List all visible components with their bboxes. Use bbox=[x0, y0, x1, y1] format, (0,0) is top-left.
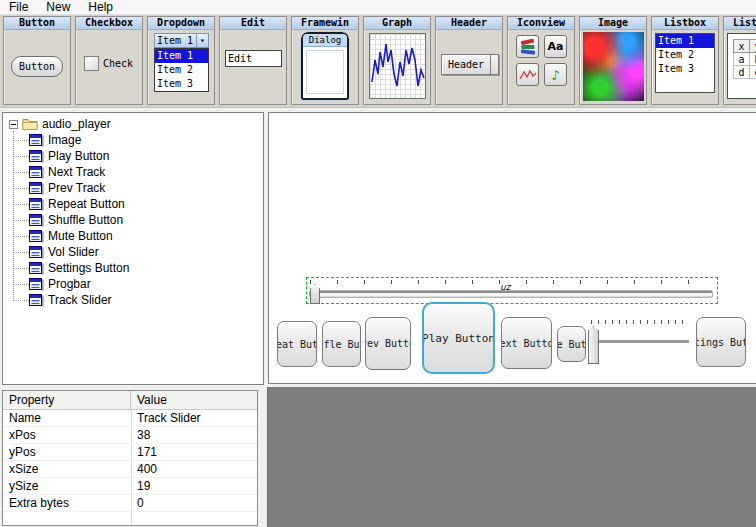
prev-button-widget[interactable]: Prev Button bbox=[365, 317, 411, 370]
value-column-header[interactable]: Value bbox=[131, 391, 167, 409]
progbar-widget[interactable]: uz bbox=[500, 282, 510, 292]
widget-tree-panel: audio_player Image Play Button Next Trac… bbox=[2, 112, 264, 385]
widget-form-icon bbox=[29, 150, 44, 163]
tree-item-label: Prev Track bbox=[48, 181, 105, 195]
property-value[interactable]: 171 bbox=[131, 444, 157, 460]
tree-item-label: Next Track bbox=[48, 165, 105, 179]
palette-group-image[interactable]: Image bbox=[579, 16, 647, 105]
checkbox-preview: Check bbox=[84, 56, 133, 71]
property-row-name: Name Track Slider bbox=[3, 410, 257, 427]
tree-item-label: Vol Slider bbox=[48, 245, 99, 259]
tree-item-shuffle-button[interactable]: Shuffle Button bbox=[9, 212, 263, 228]
tree-item-play-button[interactable]: Play Button bbox=[9, 148, 263, 164]
font-icon: Aa bbox=[544, 35, 567, 58]
tree-item-settings-button[interactable]: Settings Button bbox=[9, 260, 263, 276]
iconview-preview: Aa ♪ bbox=[516, 35, 567, 86]
tree-item-prev-track[interactable]: Prev Track bbox=[9, 180, 263, 196]
header-preview: Header bbox=[441, 54, 499, 75]
header-segment-label: Header bbox=[441, 54, 491, 75]
edit-preview: Edit bbox=[225, 50, 282, 67]
linechart-icon bbox=[516, 63, 539, 86]
tree-item-label: Mute Button bbox=[48, 229, 113, 243]
tree-root-row[interactable]: audio_player bbox=[9, 116, 263, 132]
palette-group-graph[interactable]: Graph bbox=[363, 16, 431, 105]
image-collage-preview bbox=[583, 32, 644, 101]
framewin-title: Dialog bbox=[303, 34, 347, 47]
tree-item-label: Track Slider bbox=[48, 293, 112, 307]
vol-slider-track[interactable] bbox=[599, 340, 689, 343]
listview-cell: e bbox=[750, 66, 756, 79]
tree-item-label: Play Button bbox=[48, 149, 109, 163]
tree-item-label: Repeat Button bbox=[48, 197, 125, 211]
palette-group-button[interactable]: Button Button bbox=[3, 16, 71, 105]
mute-button-widget[interactable]: Mute Button bbox=[557, 326, 586, 362]
tree-item-progbar[interactable]: Progbar bbox=[9, 276, 263, 292]
palette-group-listbox[interactable]: Listbox Item 1 Item 2 Item 3 bbox=[651, 16, 719, 105]
palette-group-listview[interactable]: Listview x y a b d e bbox=[723, 16, 756, 105]
shuffle-button-widget[interactable]: Shuffle Button bbox=[322, 321, 361, 367]
vol-slider-thumb[interactable] bbox=[588, 326, 599, 364]
property-value[interactable]: 19 bbox=[131, 478, 150, 494]
palette-title: Listbox bbox=[652, 17, 718, 30]
slider-tick-marks bbox=[310, 280, 714, 284]
palette-title: Header bbox=[436, 17, 502, 30]
dropdown-option: Item 2 bbox=[155, 63, 208, 77]
tree-item-image[interactable]: Image bbox=[9, 132, 263, 148]
tree-item-label: Image bbox=[48, 133, 81, 147]
palette-title: Dropdown bbox=[148, 17, 214, 30]
property-value[interactable]: 400 bbox=[131, 461, 157, 477]
widget-form-icon bbox=[29, 230, 44, 243]
repeat-button-widget[interactable]: Repeat Button bbox=[277, 321, 317, 367]
palette-group-framewin[interactable]: Framewin Dialog bbox=[291, 16, 359, 105]
palette-group-header[interactable]: Header Header bbox=[435, 16, 503, 105]
checkbox-box bbox=[84, 56, 99, 71]
vol-slider-tick-marks bbox=[591, 320, 687, 324]
collapse-icon[interactable] bbox=[9, 120, 18, 129]
palette-group-edit[interactable]: Edit Edit bbox=[219, 16, 287, 105]
palette-group-iconview[interactable]: Iconview Aa ♪ bbox=[507, 16, 575, 105]
menu-new[interactable]: New bbox=[37, 0, 79, 15]
menu-file[interactable]: File bbox=[0, 0, 37, 15]
property-name: yPos bbox=[3, 444, 131, 460]
property-column-header[interactable]: Property bbox=[3, 391, 131, 409]
palette-group-checkbox[interactable]: Checkbox Check bbox=[75, 16, 143, 105]
tree-item-track-slider[interactable]: Track Slider bbox=[9, 292, 263, 308]
design-canvas[interactable]: uz Repeat Button Shuffle Button Prev But… bbox=[269, 113, 756, 383]
widget-form-icon bbox=[29, 246, 44, 259]
tree-item-vol-slider[interactable]: Vol Slider bbox=[9, 244, 263, 260]
tree-item-label: Progbar bbox=[48, 277, 91, 291]
widget-form-icon bbox=[29, 198, 44, 211]
tree-item-label: Settings Button bbox=[48, 261, 129, 275]
palette-title: Framewin bbox=[292, 17, 358, 30]
slider-thumb[interactable] bbox=[310, 284, 320, 304]
play-button-widget[interactable]: Play Button bbox=[422, 302, 495, 374]
property-name: Extra bytes bbox=[3, 495, 131, 511]
tree-item-next-track[interactable]: Next Track bbox=[9, 164, 263, 180]
music-note-icon: ♪ bbox=[544, 63, 567, 86]
tree-item-repeat-button[interactable]: Repeat Button bbox=[9, 196, 263, 212]
tree-item-mute-button[interactable]: Mute Button bbox=[9, 228, 263, 244]
property-row-xpos: xPos 38 bbox=[3, 427, 257, 444]
palette-group-dropdown[interactable]: Dropdown Item 1 ▾ Item 1 Item 2 Item 3 bbox=[147, 16, 215, 105]
tree-branch bbox=[13, 172, 29, 173]
property-name: Name bbox=[3, 410, 131, 426]
tree-branch bbox=[13, 268, 29, 269]
slider-track[interactable] bbox=[309, 290, 713, 298]
tree-branch bbox=[13, 156, 29, 157]
property-value[interactable]: Track Slider bbox=[131, 410, 201, 426]
track-slider-widget-selected[interactable]: uz bbox=[306, 277, 718, 304]
books-icon bbox=[516, 35, 539, 58]
palette-title: Button bbox=[4, 17, 70, 30]
tree-branch bbox=[13, 140, 29, 141]
design-canvas-panel: uz Repeat Button Shuffle Button Prev But… bbox=[268, 112, 756, 384]
listbox-item: Item 2 bbox=[656, 48, 714, 62]
next-button-widget[interactable]: Next Button bbox=[501, 317, 552, 369]
framewin-body bbox=[306, 50, 344, 94]
listview-col-header: y bbox=[750, 40, 756, 53]
menu-help[interactable]: Help bbox=[79, 0, 122, 15]
property-value[interactable]: 38 bbox=[131, 427, 150, 443]
property-row-xsize: xSize 400 bbox=[3, 461, 257, 478]
tree-branch bbox=[13, 236, 29, 237]
property-value[interactable]: 0 bbox=[131, 495, 144, 511]
settings-button-widget[interactable]: Settings Button bbox=[696, 317, 746, 367]
